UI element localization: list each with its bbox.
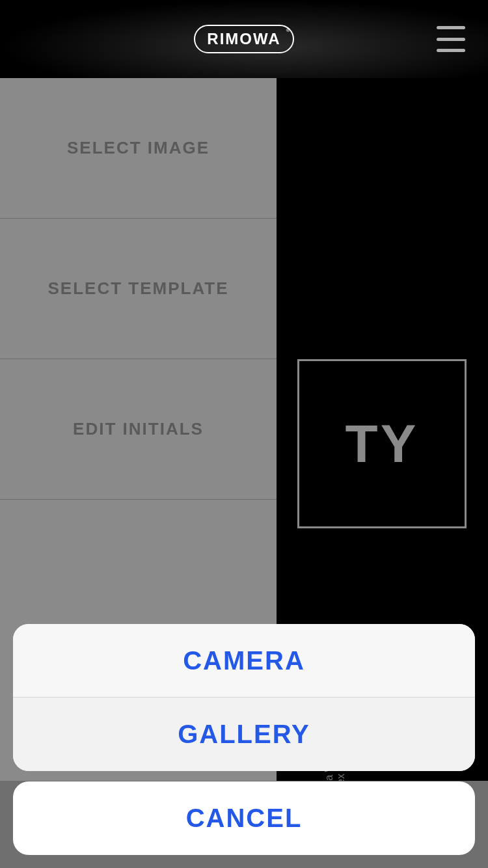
cancel-label: CANCEL <box>186 804 303 833</box>
option-label: CAMERA <box>183 646 305 675</box>
gallery-option[interactable]: GALLERY <box>13 698 475 771</box>
action-sheet-options: CAMERA GALLERY <box>13 624 475 771</box>
camera-option[interactable]: CAMERA <box>13 624 475 698</box>
option-label: GALLERY <box>178 720 310 749</box>
action-sheet-overlay: CAMERA GALLERY CANCEL <box>0 0 488 868</box>
cancel-button[interactable]: CANCEL <box>13 781 475 855</box>
